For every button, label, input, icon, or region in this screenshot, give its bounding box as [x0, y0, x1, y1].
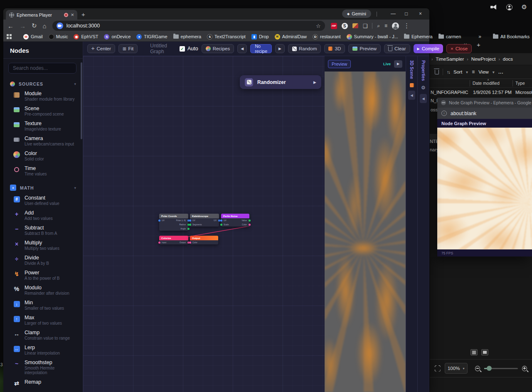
bookmark-text2transcript[interactable]: SText2Transcript: [207, 34, 246, 39]
announcement-icon[interactable]: [490, 5, 497, 10]
auto-checkbox[interactable]: ✓Auto: [180, 46, 198, 52]
port-in-input[interactable]: [158, 242, 160, 244]
bookmark-ephemera2-folder[interactable]: Ephemera: [404, 34, 433, 39]
file-row[interactable]: N_INFOGRAPHIC 1/9/2026 12:57 PM Microsof…: [430, 88, 532, 96]
3d-scene-tab[interactable]: 3D Scene ◀: [406, 56, 417, 392]
all-bookmarks-button[interactable]: All Bookmarks: [493, 34, 530, 39]
popup-address-bar[interactable]: i about:blank: [437, 108, 532, 119]
browser-tab[interactable]: Ephemera Player ×: [6, 10, 77, 20]
image-extension-icon[interactable]: [352, 23, 358, 28]
collapse-left-icon[interactable]: ◀: [420, 94, 427, 103]
bookmark-admiraldaw[interactable]: 🞵AdmiralDaw: [275, 34, 307, 39]
node-item-remap[interactable]: ⇄ Remap: [3, 377, 83, 389]
randomizer-bar[interactable]: Randomizer ▶: [240, 75, 321, 89]
column-date-modified[interactable]: Date modified: [473, 81, 500, 86]
column-divider[interactable]: [470, 80, 470, 86]
search-input[interactable]: [8, 63, 76, 74]
bookmark-tigrgame[interactable]: ●TIGRGame: [136, 34, 167, 39]
recipe-next-button[interactable]: ▶: [275, 44, 285, 53]
randomizer-play-icon[interactable]: ▶: [313, 80, 316, 84]
section-math[interactable]: ± MATH ▾: [3, 181, 83, 193]
fit-button[interactable]: ⊞Fit: [118, 44, 138, 53]
tab-close-icon[interactable]: ×: [71, 12, 74, 17]
sidebar-scrollbar[interactable]: [81, 62, 82, 139]
preview-tab[interactable]: Preview: [328, 60, 351, 68]
maximize-button[interactable]: □: [405, 11, 408, 17]
forward-icon[interactable]: →: [20, 22, 26, 30]
graph-name[interactable]: Untitled Graph: [150, 43, 167, 54]
single-view-icon[interactable]: [481, 349, 488, 355]
bookmark-star-icon[interactable]: ☆: [316, 23, 321, 29]
apps-grid-icon[interactable]: [7, 34, 12, 39]
fit-to-screen-icon[interactable]: [435, 365, 441, 372]
popup-title-bar[interactable]: Node Graph Preview - Ephemera - Google C…: [437, 98, 532, 108]
zoom-out-icon[interactable]: [475, 366, 480, 371]
section-sources[interactable]: SOURCES ▾: [3, 78, 83, 89]
node-item-smoothstep[interactable]: ~ SmoothstepSmooth Hermite interpolation: [3, 357, 83, 377]
preview-play-button[interactable]: ▶: [394, 60, 402, 68]
node-item-max[interactable]: ↑ MaxLarger of two values: [3, 313, 83, 328]
close-button[interactable]: ×Close: [446, 44, 472, 53]
node-item-time[interactable]: TimeTime values: [3, 163, 83, 178]
home-icon[interactable]: ⌂: [43, 22, 47, 30]
node-graph-canvas[interactable]: Randomizer ▶ Polar Coords UV Polar (r, θ…: [83, 56, 325, 392]
port-in-uv[interactable]: [189, 219, 191, 222]
settings-gear-icon[interactable]: ⚙: [522, 3, 527, 11]
explorer-new-tab-icon[interactable]: +: [477, 41, 480, 48]
port-in-scale[interactable]: [220, 224, 222, 226]
port-out-uv[interactable]: [218, 219, 220, 222]
port-in-uv[interactable]: [220, 219, 222, 222]
view-button[interactable]: View: [478, 69, 489, 74]
node-item-color[interactable]: ColorSolid color: [3, 148, 83, 163]
search-tabs-icon[interactable]: ⌕: [377, 23, 380, 29]
recipe-value[interactable]: No recipe: [250, 44, 272, 53]
adblock-extension-icon[interactable]: ABP: [331, 23, 337, 29]
recipes-button[interactable]: Recipes: [202, 44, 234, 53]
bookmark-music[interactable]: Music: [49, 34, 68, 39]
column-type[interactable]: Type: [515, 81, 525, 86]
bookmark-carmen-folder[interactable]: carmen: [438, 34, 461, 39]
node-item-scene[interactable]: ScenePre-composed scene: [3, 104, 83, 118]
column-divider[interactable]: [512, 80, 513, 86]
chevron-down-icon[interactable]: ▾: [74, 186, 76, 190]
node-item-module[interactable]: ModuleShader module from library: [3, 89, 83, 104]
port-out-value[interactable]: [249, 219, 251, 222]
random-button[interactable]: Random: [288, 44, 321, 53]
bookmarks-overflow-button[interactable]: »: [478, 34, 481, 39]
breadcrumb-docs[interactable]: docs: [503, 57, 513, 62]
profile-avatar[interactable]: [392, 22, 399, 30]
compile-button[interactable]: ▶Compile: [414, 44, 443, 53]
minimize-button[interactable]: —: [391, 11, 396, 17]
bookmark-drop[interactable]: ▮Drop: [251, 34, 269, 39]
breadcrumb-newproject[interactable]: NewProject: [471, 57, 496, 62]
node-item-subtract[interactable]: − SubtractSubtract B from A: [3, 223, 83, 238]
zoom-slider-thumb[interactable]: [487, 366, 492, 371]
node-item-camera[interactable]: CameraLive webcam/camera input: [3, 133, 83, 148]
browser-menu-icon[interactable]: ⋮: [404, 22, 410, 30]
recipe-prev-button[interactable]: ◀: [237, 44, 247, 53]
s-extension-icon[interactable]: S: [342, 23, 348, 29]
gemini-button[interactable]: ◆ Gemini: [342, 10, 371, 18]
bookmark-restaurant[interactable]: Drestaurant: [313, 34, 341, 39]
node-item-min[interactable]: ↓ MinSmaller of two values: [3, 298, 83, 313]
node-item-modulo[interactable]: % ModuloRemainder after division: [3, 283, 83, 298]
node-kaleidoscope[interactable]: Kaleidoscope UV UV Segments: [190, 214, 219, 227]
node-output[interactable]: Output Color: [190, 236, 218, 244]
node-item-divide[interactable]: ÷ DivideDivide A by B: [3, 253, 83, 268]
node-colorize[interactable]: Colorize Input Output: [159, 236, 188, 244]
clear-button[interactable]: Clear: [384, 44, 410, 53]
node-item-constant[interactable]: # ConstantUser-defined value: [3, 193, 83, 208]
info-icon[interactable]: i: [441, 111, 447, 116]
bookmark-summary[interactable]: Summary - bwall - J...: [347, 34, 398, 39]
zoom-level-dropdown[interactable]: 100% ▾: [445, 363, 468, 374]
bookmark-ephvst[interactable]: ◉EphVST: [74, 34, 98, 39]
node-polar-coords[interactable]: Polar Coords UV Polar (r, θ) Radius Angl…: [159, 214, 188, 231]
account-icon[interactable]: [506, 4, 512, 10]
port-out-angle[interactable]: [187, 228, 190, 230]
port-in-color[interactable]: [189, 242, 191, 244]
breadcrumb-timesampler[interactable]: TimeSampler: [436, 57, 464, 62]
bookmark-ephemera-folder[interactable]: ephemera: [173, 34, 202, 39]
extensions-puzzle-icon[interactable]: ❑: [363, 23, 368, 29]
node-item-multiply[interactable]: × MultiplyMultiply two values: [3, 238, 83, 253]
zoom-in-icon[interactable]: [522, 366, 527, 371]
